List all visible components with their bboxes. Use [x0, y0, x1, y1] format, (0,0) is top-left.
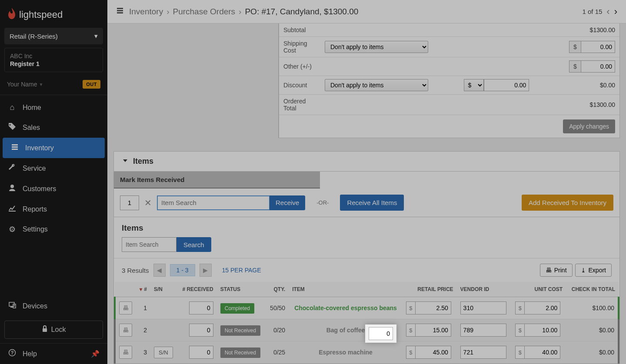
currency-symbol: $ [406, 324, 416, 337]
item-search-input[interactable] [157, 195, 270, 210]
other-label: Other (+/-) [279, 57, 320, 76]
shipping-select[interactable]: Don't apply to items [325, 41, 428, 53]
svg-rect-1 [12, 146, 18, 148]
discount-select[interactable]: Don't apply to items [325, 79, 428, 91]
wrench-icon [8, 163, 17, 173]
nav-settings[interactable]: ⚙Settings [0, 219, 107, 239]
lock-button[interactable]: Lock [4, 321, 103, 339]
print-icon: 🖶 [546, 267, 552, 274]
currency-symbol: $ [515, 301, 525, 314]
received-input[interactable] [189, 346, 213, 359]
or-separator: -OR- [316, 199, 329, 206]
col-retail[interactable]: RETAIL PRICE [403, 282, 457, 297]
retail-price-input[interactable] [416, 301, 451, 314]
col-vendor[interactable]: VENDOR ID [457, 282, 512, 297]
nav-help[interactable]: ?Help [0, 344, 83, 364]
caret-down-icon: ▾ [94, 32, 98, 40]
receive-all-button[interactable]: Receive All Items [340, 195, 404, 211]
nav-service[interactable]: Service [0, 158, 107, 179]
breadcrumb-purchase-orders[interactable]: Purchase Orders [173, 7, 235, 17]
checkin-total: $0.00 [566, 341, 619, 364]
breadcrumb-inventory[interactable]: Inventory [129, 7, 163, 17]
other-input[interactable] [581, 60, 615, 73]
page-next[interactable]: ▶ [200, 264, 212, 277]
company-box[interactable]: ABC Inc Register 1 [4, 48, 103, 72]
items-filter-input[interactable] [122, 237, 176, 252]
product-selector-label: Retail (R-Series) [10, 33, 58, 40]
nav-customers[interactable]: Customers [0, 179, 107, 199]
nav-reports[interactable]: Reports [0, 199, 107, 219]
svg-rect-4 [9, 211, 16, 212]
subtotal-label: Subtotal [279, 23, 320, 37]
devices-icon [8, 301, 17, 311]
retail-price-input[interactable] [416, 324, 451, 337]
col-received[interactable]: # RECEIVED [177, 282, 217, 297]
unit-cost-input[interactable] [525, 346, 560, 359]
discount-unit-select[interactable]: $ [464, 79, 484, 91]
items-header[interactable]: Items [114, 152, 619, 172]
nav-home[interactable]: ⌂Home [0, 98, 107, 117]
search-button[interactable]: Search [176, 237, 211, 252]
table-row: 🖶 1 Completed 50/50 Chocolate-covered es… [115, 297, 619, 319]
breadcrumb-current: PO: #17, Candyland, $1300.00 [245, 7, 358, 17]
col-num[interactable]: ▾# [136, 282, 150, 297]
per-page-selector[interactable]: 15 PER PAGE [222, 267, 261, 274]
col-unit[interactable]: UNIT COST [512, 282, 566, 297]
apply-changes-button[interactable]: Apply changes [563, 119, 615, 133]
retail-price-input[interactable] [416, 346, 451, 359]
page-current: 1 - 3 [170, 264, 195, 276]
unit-cost-input[interactable] [525, 301, 560, 314]
vendor-id-input[interactable] [460, 301, 506, 314]
currency-symbol: $ [406, 301, 416, 314]
pager-text: 1 of 15 [582, 8, 602, 15]
receive-qty-input[interactable] [120, 195, 139, 210]
stack-icon [116, 7, 124, 17]
discount-input[interactable] [484, 79, 529, 91]
lock-icon [42, 325, 48, 334]
chevron-right-icon: › [166, 7, 169, 17]
col-item[interactable]: ITEM [289, 282, 403, 297]
received-input[interactable] [189, 324, 213, 337]
item-link[interactable]: Chocolate-covered espresso beans [292, 304, 399, 311]
user-menu[interactable]: Your Name ▼ [7, 81, 43, 88]
svg-text:?: ? [11, 350, 14, 355]
page-prev[interactable]: ◀ [153, 264, 166, 277]
unit-cost-input[interactable] [525, 324, 560, 337]
col-checkin[interactable]: CHECK IN TOTAL [566, 282, 619, 297]
table-header-row: ▾# S/N # RECEIVED STATUS QTY. ITEM RETAI… [115, 282, 619, 297]
export-icon: ⤓ [581, 267, 586, 274]
received-input[interactable] [189, 301, 213, 314]
pin-button[interactable]: 📌 [83, 344, 107, 363]
svg-rect-13 [117, 12, 123, 13]
pager-prev[interactable]: ‹ [606, 6, 609, 17]
row-qty: 50/50 [266, 297, 289, 319]
pager-next[interactable]: › [614, 6, 617, 17]
vendor-id-input[interactable] [460, 346, 506, 359]
col-sn[interactable]: S/N [150, 282, 177, 297]
svg-rect-11 [117, 8, 123, 9]
sn-button[interactable]: S/N [154, 347, 173, 358]
col-status[interactable]: STATUS [217, 282, 266, 297]
received-input-highlighted[interactable] [369, 327, 393, 340]
nav-inventory[interactable]: Inventory [3, 138, 105, 158]
out-badge[interactable]: OUT [83, 80, 100, 89]
row-print-button[interactable]: 🖶 [119, 324, 132, 337]
nav-devices[interactable]: Devices [0, 296, 107, 316]
row-print-button[interactable]: 🖶 [119, 301, 132, 314]
nav-sales[interactable]: Sales [0, 117, 107, 138]
currency-symbol: $ [515, 346, 525, 359]
vendor-id-input[interactable] [460, 324, 506, 337]
print-button[interactable]: 🖶Print [540, 264, 573, 277]
row-num: 3 [136, 341, 150, 364]
export-button[interactable]: ⤓Export [575, 264, 612, 277]
receive-button[interactable]: Receive [270, 195, 305, 210]
row-qty: 0/25 [266, 341, 289, 364]
shipping-input[interactable] [581, 41, 615, 53]
product-selector[interactable]: Retail (R-Series) ▾ [4, 28, 103, 44]
col-qty[interactable]: QTY. [266, 282, 289, 297]
row-print-button[interactable]: 🖶 [119, 346, 132, 359]
checkin-total: $0.00 [566, 319, 619, 341]
item-link[interactable]: Espresso machine [292, 349, 399, 356]
add-received-to-inventory-button[interactable]: Add Received To Inventory [522, 195, 613, 211]
user-icon [8, 184, 17, 194]
